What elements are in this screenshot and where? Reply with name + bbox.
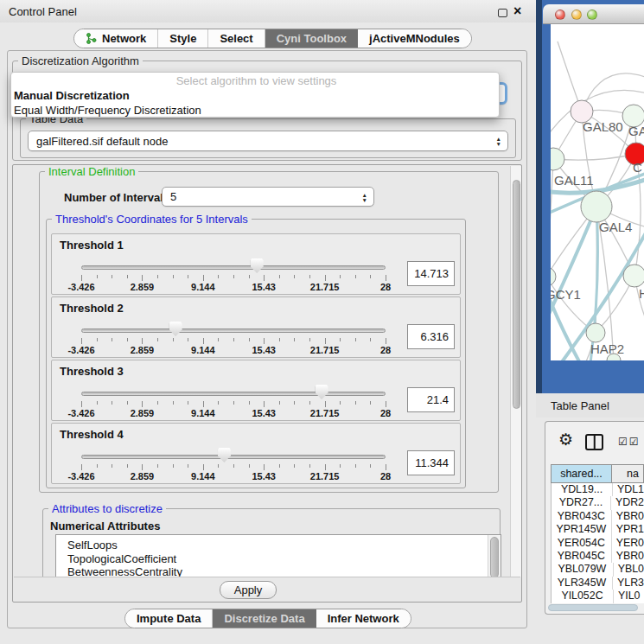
attributes-group: Attributes to discretize Numerical Attri…	[42, 508, 501, 577]
network-canvas[interactable]: GAL80GACGAL11GAL4GCY1HHAP2	[551, 24, 644, 360]
network-node[interactable]	[551, 267, 556, 286]
select-columns-icon[interactable]: ☑☑	[618, 436, 641, 448]
minimize-traffic-light[interactable]	[571, 10, 582, 20]
tab-infer-network[interactable]: Infer Network	[316, 609, 411, 628]
table-row[interactable]: YBL079WYBL0	[552, 563, 644, 576]
settings-scrollbar[interactable]	[510, 166, 521, 577]
thresholds-title: Threshold's Coordinates for 5 Intervals	[52, 213, 252, 226]
tick-label: 28	[380, 345, 391, 355]
attribute-item[interactable]: BetweennessCentrality	[67, 565, 501, 577]
cell-name: YER0	[611, 537, 644, 550]
slider-tick	[233, 401, 234, 405]
cell-name: YDR2	[610, 496, 644, 509]
slider-tick	[233, 338, 234, 341]
table-data-value: galFiltered.sif default node	[36, 135, 168, 148]
threshold-slider-thumb[interactable]	[218, 448, 231, 462]
network-edge-thick[interactable]	[551, 207, 596, 325]
popup-item-placeholder[interactable]: Select algorithm to view settings	[11, 73, 499, 88]
scrollbar-thumb[interactable]	[513, 180, 520, 409]
thresholds-group: Threshold's Coordinates for 5 Intervals …	[46, 219, 466, 488]
threshold-slider-track[interactable]	[81, 328, 386, 333]
tab-style[interactable]: Style	[158, 29, 208, 48]
network-node[interactable]	[586, 323, 605, 342]
table-horizontal-scrollbar[interactable]	[548, 604, 638, 611]
gear-icon[interactable]: ⚙	[558, 431, 573, 448]
tick-label: 2.859	[131, 408, 155, 418]
network-node-label: H	[639, 286, 644, 301]
threshold-slider-thumb[interactable]	[251, 258, 264, 273]
float-window-icon[interactable]	[498, 9, 507, 17]
tick-label: 28	[380, 408, 391, 418]
threshold-value-field[interactable]: 14.713	[407, 261, 455, 286]
table-row[interactable]: YPR145WYPR1	[552, 523, 644, 536]
threshold-name: Threshold 3	[60, 365, 124, 378]
numerical-attributes-list[interactable]: SelfLoopsTopologicalCoefficientBetweenne…	[55, 534, 501, 577]
threshold-slider-track[interactable]	[81, 265, 386, 270]
network-node-label: HAP2	[590, 341, 624, 356]
popup-item-equal-width-frequency[interactable]: Equal Width/Frequency Discretization	[11, 103, 499, 118]
threshold-value-field[interactable]: 6.316	[407, 324, 455, 349]
attribute-item[interactable]: SelfLoops	[67, 539, 501, 552]
tab-select[interactable]: Select	[208, 29, 265, 48]
slider-tick	[386, 275, 386, 281]
slider-tick	[355, 401, 356, 405]
attribute-item[interactable]: TopologicalCoefficient	[67, 552, 501, 566]
slider-tick	[386, 464, 386, 470]
table-row[interactable]: YDL19...YDL1	[552, 483, 644, 496]
tab-impute-data[interactable]: Impute Data	[125, 609, 213, 628]
tick-label: 21.715	[310, 471, 340, 481]
threshold-slider-track[interactable]	[81, 392, 386, 396]
table-row[interactable]: YDR27...YDR2	[552, 496, 644, 509]
slider-tick	[340, 401, 341, 405]
popup-item-manual-discretization[interactable]: Manual Discretization	[11, 88, 499, 103]
threshold-panel: Threshold 2 -3.4262.8599.14415.4321.7152…	[51, 296, 461, 358]
interval-definition-title: Interval Definition	[45, 166, 138, 178]
slider-tick	[142, 464, 143, 470]
tick-label: 2.859	[131, 345, 155, 355]
table-row[interactable]: YBR043CYBR0	[552, 510, 644, 523]
table-row[interactable]: YBR045CYBR0	[552, 550, 644, 563]
close-icon[interactable]: ×	[513, 3, 521, 19]
threshold-slider-thumb[interactable]	[316, 385, 328, 399]
tick-label: 9.144	[191, 471, 215, 481]
table-row[interactable]: YIL052CYIL0	[552, 590, 644, 603]
column-header-name[interactable]: na	[612, 464, 644, 483]
tab-jactivemnodules[interactable]: jActiveMNodules	[358, 29, 471, 48]
slider-tick	[127, 464, 128, 468]
tab-discretize-data[interactable]: Discretize Data	[213, 609, 316, 628]
column-header-shared[interactable]: shared...	[551, 464, 612, 483]
threshold-slider-thumb[interactable]	[169, 322, 182, 336]
zoom-traffic-light[interactable]	[587, 10, 597, 20]
network-edge[interactable]	[553, 154, 636, 160]
close-traffic-light[interactable]	[555, 10, 565, 20]
network-node[interactable]	[623, 265, 644, 287]
apply-button[interactable]: Apply	[220, 581, 277, 599]
network-node[interactable]	[581, 191, 612, 222]
network-window-titlebar[interactable]	[543, 4, 644, 24]
network-window[interactable]: GAL80GACGAL11GAL4GCY1HHAP2	[543, 4, 644, 392]
threshold-value-field[interactable]: 21.4	[407, 387, 455, 412]
threshold-value-field[interactable]: 11.344	[407, 450, 455, 475]
scrollbar-thumb[interactable]	[490, 537, 499, 577]
attributes-title: Attributes to discretize	[48, 502, 166, 515]
table-row[interactable]: YLR345WYLR3	[552, 577, 644, 590]
table-data-select[interactable]: galFiltered.sif default node ▲▼	[28, 131, 508, 151]
attributes-scrollbar[interactable]	[488, 535, 501, 577]
network-edge[interactable]	[551, 159, 553, 277]
slider-tick	[370, 464, 371, 468]
right-panel: GAL80GACGAL11GAL4GCY1HHAP2 Table Panel ⚙…	[536, 0, 644, 644]
slider-tick	[127, 275, 128, 278]
number-of-intervals-select[interactable]: 5 ▲▼	[162, 187, 374, 207]
threshold-slider-track[interactable]	[81, 455, 386, 459]
slider-tick	[264, 401, 265, 407]
tab-cyni-toolbox[interactable]: Cyni Toolbox	[265, 29, 358, 48]
tab-network[interactable]: Network	[74, 29, 158, 48]
slider-tick	[249, 275, 250, 278]
network-node[interactable]	[551, 148, 564, 170]
columns-icon[interactable]	[585, 434, 603, 450]
slider-tick	[309, 401, 310, 405]
slider-tick	[203, 275, 204, 281]
cell-name: YBR0	[611, 510, 644, 523]
table-row[interactable]: YER054CYER0	[552, 537, 644, 550]
cell-name: YPR1	[611, 523, 644, 536]
